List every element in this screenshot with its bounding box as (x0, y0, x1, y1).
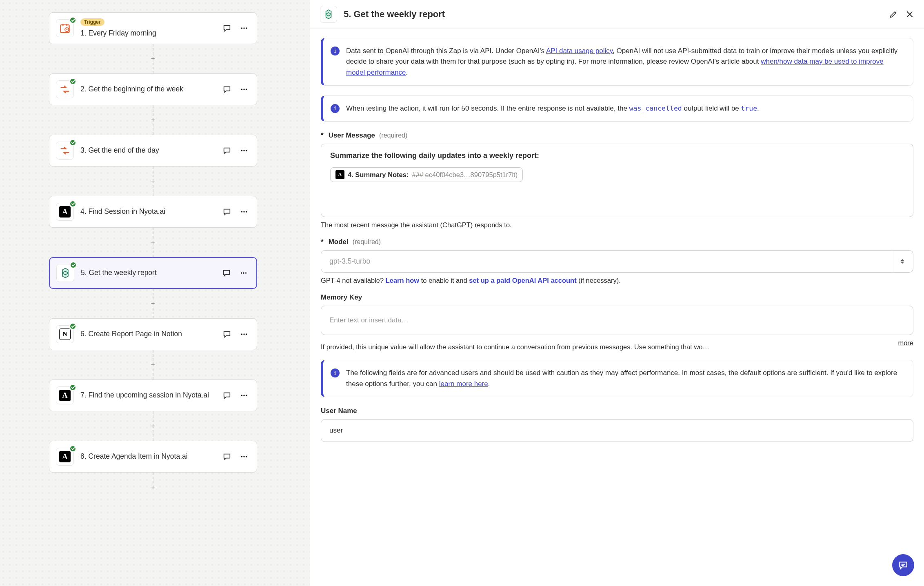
openai-icon (56, 264, 74, 282)
panel-body[interactable]: i Data sent to OpenAI through this Zap i… (310, 29, 924, 586)
field-memory-key: Memory Key If provided, this unique valu… (321, 293, 913, 351)
step-card-7[interactable]: A 7. Find the upcoming session in Nyota.… (49, 380, 257, 411)
memory-key-input[interactable] (321, 306, 913, 335)
mapped-data-pill[interactable]: A 4. Summary Notes: ### ec40f04cbe3…8907… (330, 167, 523, 182)
info-advanced: i The following fields are for advanced … (321, 360, 913, 397)
field-label-text: Model (329, 238, 349, 246)
more-icon[interactable] (238, 389, 250, 402)
info-icon: i (331, 368, 340, 377)
step-card-1[interactable]: Trigger 1. Every Friday morning (49, 12, 257, 44)
openai-icon (320, 6, 337, 23)
chevron-down-icon (900, 262, 904, 264)
more-link[interactable]: more (898, 339, 913, 347)
step-title: 6. Create Report Page in Notion (80, 329, 217, 339)
info-text: . (757, 104, 759, 112)
add-step[interactable]: + (149, 177, 157, 185)
close-icon[interactable] (905, 10, 914, 19)
svg-point-5 (241, 89, 242, 90)
nyota-icon: A (56, 386, 74, 404)
svg-point-22 (246, 395, 247, 396)
paid-account-link[interactable]: set up a paid OpenAI API account (469, 277, 576, 284)
step-card-8[interactable]: A 8. Create Agenda Item in Nyota.ai (49, 441, 257, 473)
code-true: true (741, 104, 757, 112)
svg-point-14 (241, 272, 242, 273)
svg-point-17 (241, 333, 242, 335)
add-step[interactable]: + (149, 483, 157, 491)
comment-icon[interactable] (221, 206, 233, 218)
field-label-text: Memory Key (321, 293, 362, 302)
required-text: (required) (353, 238, 381, 246)
api-policy-link[interactable]: API data usage policy (546, 47, 613, 55)
flow-canvas[interactable]: Trigger 1. Every Friday morning + 2. Get… (0, 0, 306, 586)
status-check-icon (69, 384, 76, 391)
user-name-input[interactable] (321, 419, 913, 442)
step-card-2[interactable]: 2. Get the beginning of the week (49, 73, 257, 105)
chevron-up-icon (900, 259, 904, 261)
info-text: output field will be (682, 104, 741, 112)
svg-point-6 (243, 89, 244, 90)
pill-source-icon: A (335, 170, 344, 179)
add-step[interactable]: + (149, 55, 157, 63)
step-title: 2. Get the beginning of the week (80, 84, 217, 94)
svg-point-25 (246, 456, 247, 457)
info-text: Data sent to OpenAI through this Zap is … (346, 47, 546, 55)
add-step[interactable]: + (149, 422, 157, 430)
comment-icon[interactable] (220, 267, 233, 279)
svg-point-18 (243, 333, 244, 335)
learn-more-link[interactable]: learn more here (439, 380, 488, 388)
field-help: GPT-4 not available? Learn how to enable… (321, 277, 913, 284)
comment-icon[interactable] (221, 144, 233, 157)
step-card-4[interactable]: A 4. Find Session in Nyota.ai (49, 196, 257, 228)
svg-point-11 (241, 211, 242, 212)
more-icon[interactable] (238, 451, 250, 463)
schedule-icon (56, 19, 74, 37)
more-icon[interactable] (238, 206, 250, 218)
pill-label: 4. Summary Notes: (348, 171, 409, 179)
select-toggle[interactable] (892, 250, 913, 273)
formatter-icon (56, 142, 74, 160)
more-icon[interactable] (238, 144, 250, 157)
step-title: 7. Find the upcoming session in Nyota.ai (80, 391, 217, 400)
more-icon[interactable] (238, 328, 250, 340)
field-model: * Model (required) gpt-3.5-turbo GPT-4 n… (321, 238, 913, 284)
info-text: The following fields are for advanced us… (346, 369, 897, 387)
field-label-text: User Message (329, 131, 375, 140)
add-step[interactable]: + (149, 238, 157, 246)
comment-icon[interactable] (221, 22, 233, 34)
add-step[interactable]: + (149, 116, 157, 124)
required-text: (required) (379, 132, 407, 139)
svg-point-4 (246, 27, 247, 29)
status-check-icon (69, 139, 76, 146)
svg-point-13 (246, 211, 247, 212)
field-user-name: User Name (321, 407, 913, 442)
more-icon[interactable] (238, 83, 250, 95)
add-step[interactable]: + (149, 361, 157, 369)
info-text: . (406, 69, 408, 76)
comment-icon[interactable] (221, 389, 233, 402)
svg-point-9 (243, 150, 244, 151)
step-card-6[interactable]: N 6. Create Report Page in Notion (49, 318, 257, 350)
comment-icon[interactable] (221, 451, 233, 463)
svg-point-15 (243, 272, 244, 273)
comment-icon[interactable] (221, 83, 233, 95)
step-title: 5. Get the weekly report (81, 268, 216, 278)
status-check-icon (69, 17, 76, 24)
model-select[interactable]: gpt-3.5-turbo (321, 250, 892, 273)
comment-icon[interactable] (221, 328, 233, 340)
add-step[interactable]: + (149, 300, 157, 308)
user-message-text: Summarize the following daily updates in… (330, 151, 904, 160)
info-icon: i (331, 104, 340, 113)
detail-panel: 5. Get the weekly report i Data sent to … (310, 0, 924, 586)
edit-icon[interactable] (889, 10, 898, 19)
more-icon[interactable] (238, 22, 250, 34)
learn-how-link[interactable]: Learn how (386, 277, 420, 284)
step-card-5[interactable]: 5. Get the weekly report (49, 257, 257, 289)
step-title: 1. Every Friday morning (80, 29, 217, 38)
step-title: 3. Get the end of the day (80, 146, 217, 155)
panel-title: 5. Get the weekly report (344, 9, 882, 20)
status-check-icon (69, 445, 76, 452)
step-card-3[interactable]: 3. Get the end of the day (49, 135, 257, 166)
user-message-input[interactable]: Summarize the following daily updates in… (321, 144, 913, 217)
chat-fab[interactable] (892, 554, 914, 576)
more-icon[interactable] (238, 267, 250, 279)
